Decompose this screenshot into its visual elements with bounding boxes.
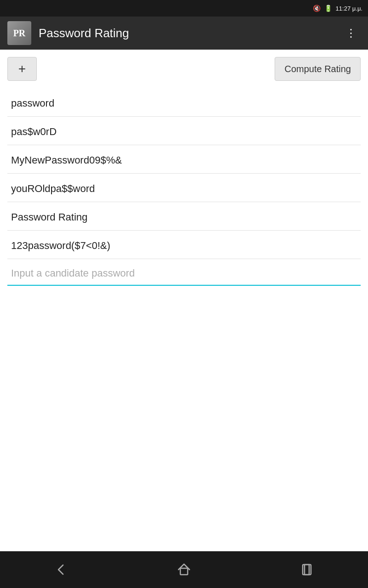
svg-rect-0 — [180, 568, 188, 575]
nav-bar — [0, 551, 368, 588]
home-icon — [177, 562, 191, 577]
svg-rect-1 — [303, 565, 311, 575]
compute-rating-button[interactable]: Compute Rating — [275, 57, 361, 81]
status-time: 11:27 μ.μ. — [336, 5, 362, 12]
battery-icon: 🔋 — [324, 5, 332, 12]
list-item[interactable]: pas$w0rD — [7, 117, 361, 145]
new-password-input[interactable] — [7, 261, 361, 285]
password-list: password pas$w0rD MyNewPassword09$%& you… — [7, 88, 361, 259]
app-title: Password Rating — [39, 26, 342, 40]
list-item[interactable]: 123password($7<0!&) — [7, 231, 361, 259]
main-content: + Compute Rating password pas$w0rD MyNew… — [0, 50, 368, 551]
new-password-input-container — [7, 261, 361, 286]
app-bar: PR Password Rating ⋮ — [0, 17, 368, 50]
app-icon: PR — [7, 21, 31, 45]
home-button[interactable] — [166, 556, 202, 583]
list-item[interactable]: youROldpa$$word — [7, 174, 361, 202]
svg-rect-2 — [305, 565, 309, 575]
recents-button[interactable] — [288, 556, 325, 583]
add-password-button[interactable]: + — [7, 57, 37, 81]
mute-icon: 🔇 — [313, 5, 321, 12]
status-bar: 🔇 🔋 11:27 μ.μ. — [0, 0, 368, 17]
back-icon — [54, 562, 69, 577]
list-item[interactable]: MyNewPassword09$%& — [7, 145, 361, 174]
list-item[interactable]: password — [7, 88, 361, 117]
recents-icon — [299, 562, 314, 577]
toolbar-row: + Compute Rating — [7, 57, 361, 81]
list-item[interactable]: Password Rating — [7, 202, 361, 231]
overflow-menu-button[interactable]: ⋮ — [342, 23, 361, 43]
back-button[interactable] — [43, 556, 80, 583]
